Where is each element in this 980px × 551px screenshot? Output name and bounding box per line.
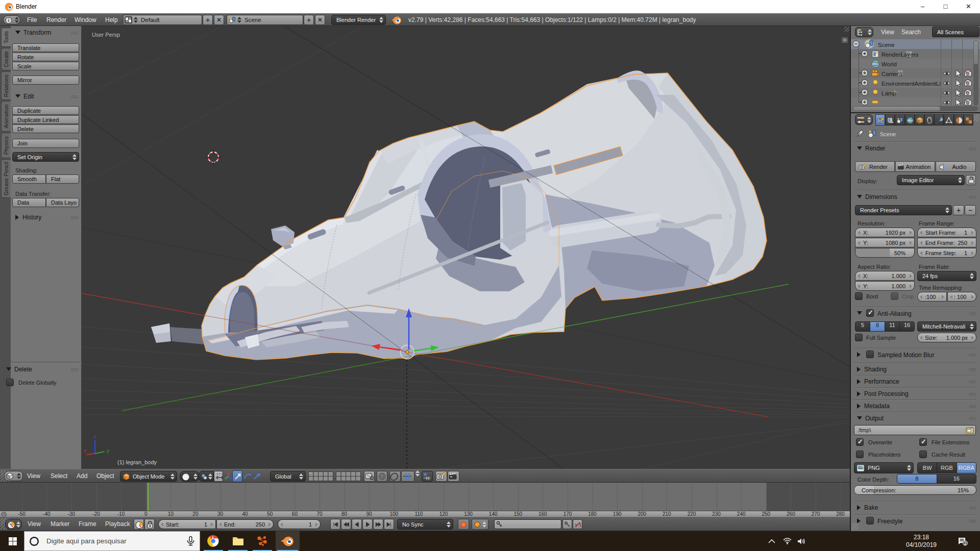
- svg-text:x: x: [84, 448, 86, 454]
- svg-text:y: y: [107, 448, 109, 454]
- svg-text:z: z: [94, 434, 96, 439]
- svg-text:(1) legran_body: (1) legran_body: [117, 459, 157, 465]
- svg-text:User Persp: User Persp: [92, 32, 120, 38]
- svg-text:i: i: [8, 18, 10, 23]
- svg-text:2: 2: [964, 541, 967, 546]
